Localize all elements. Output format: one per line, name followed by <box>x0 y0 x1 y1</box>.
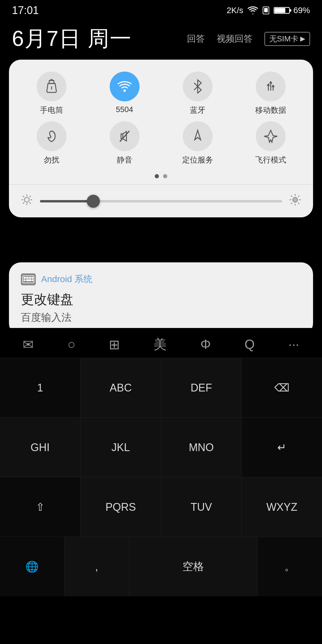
brightness-slider-fill <box>40 200 93 202</box>
flashlight-icon <box>44 79 59 94</box>
qs-flashlight-icon-wrap <box>37 72 66 101</box>
kb-key-space[interactable]: 空格 <box>129 537 258 596</box>
qs-mobile-data[interactable]: 移动数据 <box>237 72 304 115</box>
brightness-slider[interactable] <box>40 200 282 202</box>
svg-line-30 <box>298 203 299 204</box>
svg-point-9 <box>123 89 126 92</box>
svg-rect-1 <box>264 8 268 12</box>
svg-line-21 <box>30 202 31 204</box>
qs-flashlight-label: 手电筒 <box>40 105 63 115</box>
network-speed: 2K/s <box>227 6 243 15</box>
kb-icon-more[interactable]: ··· <box>288 337 299 352</box>
qs-mobile-data-label: 移动数据 <box>255 105 286 115</box>
kb-icon-phi[interactable]: Φ <box>200 337 211 352</box>
kb-key-mno-label: MNO <box>189 441 214 454</box>
mobile-data-icon <box>263 79 278 94</box>
qs-dot-1 <box>155 174 159 178</box>
kb-key-ghi[interactable]: GHI <box>0 418 80 477</box>
notif-app-name: Android 系统 <box>41 273 92 285</box>
svg-point-15 <box>24 197 29 202</box>
notification-card[interactable]: Android 系统 更改键盘 百度输入法 <box>9 262 313 335</box>
kb-key-shift[interactable]: ⇧ <box>0 477 80 537</box>
svg-line-32 <box>298 196 299 197</box>
kb-key-def[interactable]: DEF <box>161 358 242 417</box>
qs-grid: 手电筒 5504 蓝牙 <box>18 72 304 165</box>
svg-rect-39 <box>26 280 31 281</box>
svg-rect-40 <box>32 280 33 281</box>
kb-icon-grid[interactable]: ⊞ <box>109 337 120 352</box>
svg-rect-37 <box>32 277 33 278</box>
svg-line-31 <box>291 203 292 204</box>
bluetooth-icon <box>190 79 205 94</box>
qs-bluetooth[interactable]: 蓝牙 <box>164 72 231 115</box>
kb-key-tuv-label: TUV <box>191 501 212 513</box>
status-time: 17:01 <box>12 4 39 17</box>
kb-key-period[interactable]: 。 <box>258 537 322 596</box>
date-row: 6月7日 周一 回答 视频回答 无SIM卡 ▶ <box>0 21 322 57</box>
kb-row-3: ⇧ PQRS TUV WXYZ <box>0 477 322 537</box>
qs-divider <box>9 184 313 185</box>
kb-key-wxyz[interactable]: WXYZ <box>242 477 322 537</box>
qs-dnd-label: 勿扰 <box>44 155 59 165</box>
sim-icon <box>262 6 270 15</box>
svg-line-20 <box>23 196 24 197</box>
kb-icon-edit[interactable]: ✉ <box>23 337 34 352</box>
kb-row-2: GHI JKL MNO ↵ <box>0 417 322 477</box>
airplane-icon <box>263 129 278 144</box>
notif-header: Android 系统 <box>21 273 301 285</box>
kb-icon-chinese[interactable]: 美 <box>154 336 167 353</box>
kb-key-ghi-label: GHI <box>31 441 50 454</box>
qs-mobile-data-icon-wrap <box>256 72 286 101</box>
svg-rect-34 <box>24 277 26 278</box>
svg-rect-3 <box>290 9 291 12</box>
qs-airplane-label: 飞行模式 <box>255 155 286 165</box>
kb-key-lang[interactable]: 🌐 <box>0 537 64 596</box>
menu-video-answer[interactable]: 视频回答 <box>217 33 253 45</box>
qs-wifi-icon-wrap <box>110 72 140 101</box>
sim-arrow-icon: ▶ <box>300 35 305 43</box>
kb-period-label: 。 <box>284 559 295 574</box>
svg-line-22 <box>23 202 24 204</box>
svg-line-23 <box>30 196 31 197</box>
qs-page-indicator <box>18 174 304 178</box>
qs-dot-2 <box>163 174 167 178</box>
keyboard-top-bar: ✉ ○ ⊞ 美 Φ Q ··· <box>0 331 322 358</box>
kb-shift-icon: ⇧ <box>36 501 45 513</box>
qs-bluetooth-label: 蓝牙 <box>190 105 205 115</box>
kb-icon-circle[interactable]: ○ <box>67 337 75 352</box>
qs-location-icon-wrap <box>183 121 213 151</box>
kb-key-jkl[interactable]: JKL <box>80 418 161 477</box>
qs-flashlight[interactable]: 手电筒 <box>18 72 85 115</box>
svg-rect-36 <box>29 277 31 278</box>
brightness-slider-thumb[interactable] <box>87 195 100 208</box>
kb-key-pqrs[interactable]: PQRS <box>80 477 161 537</box>
kb-row-4: 🌐 , 空格 。 <box>0 537 322 596</box>
menu-answer[interactable]: 回答 <box>187 33 205 45</box>
qs-silent[interactable]: 静音 <box>91 121 158 165</box>
kb-space-label: 空格 <box>182 559 204 574</box>
kb-key-1-label: 1 <box>37 382 43 394</box>
kb-icon-search[interactable]: Q <box>244 337 255 352</box>
qs-wifi[interactable]: 5504 <box>91 72 158 115</box>
battery-icon <box>274 6 292 15</box>
kb-key-backspace[interactable]: ⌫ <box>242 358 322 417</box>
kb-key-enter[interactable]: ↵ <box>242 418 322 477</box>
svg-line-29 <box>291 196 292 197</box>
date-text: 6月7日 周一 <box>12 24 132 53</box>
kb-key-abc[interactable]: ABC <box>80 358 161 417</box>
qs-airplane[interactable]: 飞行模式 <box>237 121 304 165</box>
kb-comma-label: , <box>95 561 98 573</box>
qs-silent-label: 静音 <box>117 155 132 165</box>
kb-key-mno[interactable]: MNO <box>161 418 242 477</box>
qs-location[interactable]: 定位服务 <box>164 121 231 165</box>
kb-key-abc-label: ABC <box>110 382 132 394</box>
kb-key-jkl-label: JKL <box>112 441 130 454</box>
dnd-icon <box>44 129 59 144</box>
qs-dnd[interactable]: 勿扰 <box>18 121 85 165</box>
kb-key-1[interactable]: 1 <box>0 358 80 417</box>
kb-key-def-label: DEF <box>191 382 212 394</box>
kb-key-comma[interactable]: , <box>64 537 129 596</box>
qs-airplane-icon-wrap <box>256 121 286 151</box>
kb-row-1: 1 ABC DEF ⌫ <box>0 358 322 417</box>
kb-key-tuv[interactable]: TUV <box>161 477 242 537</box>
